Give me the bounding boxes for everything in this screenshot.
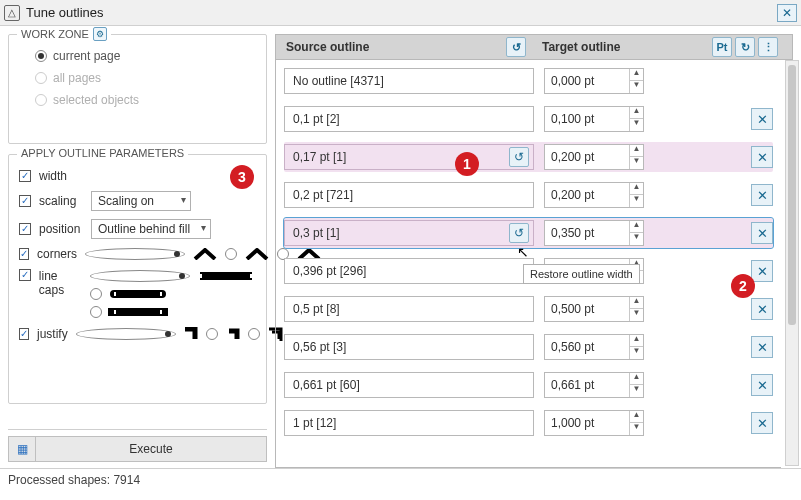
source-label: 0,2 pt [721] bbox=[293, 188, 353, 202]
corner-opt-2[interactable] bbox=[225, 248, 237, 260]
target-cell[interactable]: 0,000 pt▲▼ bbox=[544, 68, 644, 94]
col-target-header: Target outline Pt ↻ ⋮ bbox=[536, 37, 778, 57]
justify-opt-3[interactable] bbox=[248, 328, 260, 340]
more-button[interactable]: ⋮ bbox=[758, 37, 778, 57]
corner-round-icon bbox=[243, 247, 271, 261]
table-row[interactable]: 0,56 pt [3]0,560 pt▲▼✕ bbox=[284, 332, 773, 362]
reset-row-button[interactable]: ✕ bbox=[751, 146, 773, 168]
left-panel: WORK ZONE ⚙ current page all pages selec… bbox=[0, 26, 275, 468]
source-label: No outline [4371] bbox=[293, 74, 384, 88]
cursor-icon: ↖ bbox=[517, 244, 529, 260]
checkbox-width[interactable] bbox=[19, 170, 31, 182]
spinner[interactable]: ▲▼ bbox=[629, 297, 643, 321]
workzone-all-pages-label: all pages bbox=[53, 71, 101, 85]
source-cell: 0,17 pt [1]↺ bbox=[284, 144, 534, 170]
workzone-current-page[interactable]: current page bbox=[19, 45, 256, 67]
refresh-button[interactable]: ↻ bbox=[735, 37, 755, 57]
spinner[interactable]: ▲▼ bbox=[629, 221, 643, 245]
spinner[interactable]: ▲▼ bbox=[629, 145, 643, 169]
table-row[interactable]: 0,5 pt [8]0,500 pt▲▼✕ bbox=[284, 294, 773, 324]
target-value: 0,000 pt bbox=[545, 74, 629, 88]
execute-button[interactable]: Execute bbox=[36, 436, 267, 462]
spinner[interactable]: ▲▼ bbox=[629, 69, 643, 93]
scrollbar-thumb[interactable] bbox=[788, 65, 796, 325]
param-linecaps: line caps bbox=[19, 265, 256, 323]
close-button[interactable]: ✕ bbox=[777, 4, 797, 22]
target-cell[interactable]: 0,200 pt▲▼ bbox=[544, 144, 644, 170]
apply-legend-text: APPLY OUTLINE PARAMETERS bbox=[21, 147, 184, 159]
reset-row-button[interactable]: ✕ bbox=[751, 298, 773, 320]
source-cell: 0,661 pt [60] bbox=[284, 372, 534, 398]
checkbox-linecaps[interactable] bbox=[19, 269, 31, 281]
linecap-opt-3[interactable] bbox=[90, 306, 102, 318]
target-cell[interactable]: 0,350 pt▲▼ bbox=[544, 220, 644, 246]
col-target-label: Target outline bbox=[542, 40, 620, 54]
source-label: 0,17 pt [1] bbox=[293, 150, 346, 164]
table-row[interactable]: 0,661 pt [60]0,661 pt▲▼✕ bbox=[284, 370, 773, 400]
source-label: 0,3 pt [1] bbox=[293, 226, 340, 240]
table-row[interactable]: 0,2 pt [721]0,200 pt▲▼✕ bbox=[284, 180, 773, 210]
target-cell[interactable]: 1,000 pt▲▼ bbox=[544, 410, 644, 436]
workzone-all-pages[interactable]: all pages bbox=[19, 67, 256, 89]
right-panel: Source outline ↺ Target outline Pt ↻ ⋮ N… bbox=[275, 26, 801, 468]
linecap-opt-2[interactable] bbox=[90, 288, 102, 300]
execute-icon[interactable]: ▦ bbox=[8, 436, 36, 462]
target-cell[interactable]: 0,200 pt▲▼ bbox=[544, 182, 644, 208]
spinner[interactable]: ▲▼ bbox=[629, 373, 643, 397]
checkbox-position[interactable] bbox=[19, 223, 31, 235]
spinner[interactable]: ▲▼ bbox=[629, 183, 643, 207]
workzone-legend: WORK ZONE ⚙ bbox=[17, 27, 111, 41]
gear-icon[interactable]: ⚙ bbox=[93, 27, 107, 41]
reset-row-button[interactable]: ✕ bbox=[751, 374, 773, 396]
app-icon: △ bbox=[4, 5, 20, 21]
corner-opt-1[interactable] bbox=[85, 248, 185, 260]
reset-row-button[interactable]: ✕ bbox=[751, 260, 773, 282]
param-justify: justify bbox=[19, 323, 256, 345]
units-button[interactable]: Pt bbox=[712, 37, 732, 57]
workzone-current-page-label: current page bbox=[53, 49, 120, 63]
target-cell[interactable]: 0,100 pt▲▼ bbox=[544, 106, 644, 132]
scaling-select[interactable]: Scaling on bbox=[91, 191, 191, 211]
target-value: 0,100 pt bbox=[545, 112, 629, 126]
reset-row-button[interactable]: ✕ bbox=[751, 108, 773, 130]
spinner[interactable]: ▲▼ bbox=[629, 411, 643, 435]
checkbox-scaling[interactable] bbox=[19, 195, 31, 207]
position-select[interactable]: Outline behind fill bbox=[91, 219, 211, 239]
scrollbar[interactable] bbox=[785, 60, 799, 466]
reset-row-button[interactable]: ✕ bbox=[751, 412, 773, 434]
tooltip: Restore outline width bbox=[523, 264, 640, 284]
table-row[interactable]: 0,1 pt [2]0,100 pt▲▼✕ bbox=[284, 104, 773, 134]
justify-opt-2[interactable] bbox=[206, 328, 218, 340]
target-value: 0,350 pt bbox=[545, 226, 629, 240]
spinner[interactable]: ▲▼ bbox=[629, 335, 643, 359]
restore-all-source-button[interactable]: ↺ bbox=[506, 37, 526, 57]
workzone-selected-objects[interactable]: selected objects bbox=[19, 89, 256, 111]
callout-3: 3 bbox=[230, 165, 254, 189]
linecap-round-icon bbox=[108, 287, 168, 301]
spinner[interactable]: ▲▼ bbox=[629, 107, 643, 131]
linecap-opt-1[interactable] bbox=[90, 270, 190, 282]
reset-row-button[interactable]: ✕ bbox=[751, 336, 773, 358]
restore-row-button[interactable]: ↺ bbox=[509, 223, 529, 243]
svg-rect-3 bbox=[110, 290, 166, 298]
grid-header: Source outline ↺ Target outline Pt ↻ ⋮ bbox=[275, 34, 793, 60]
justify-opt-1[interactable] bbox=[76, 328, 176, 340]
table-row[interactable]: 1 pt [12]1,000 pt▲▼✕ bbox=[284, 408, 773, 438]
source-cell: 0,3 pt [1]↺ bbox=[284, 220, 534, 246]
table-row[interactable]: No outline [4371]0,000 pt▲▼ bbox=[284, 66, 773, 96]
target-cell[interactable]: 0,560 pt▲▼ bbox=[544, 334, 644, 360]
target-cell[interactable]: 0,500 pt▲▼ bbox=[544, 296, 644, 322]
checkbox-corners[interactable] bbox=[19, 248, 29, 260]
reset-row-button[interactable]: ✕ bbox=[751, 184, 773, 206]
col-source-label: Source outline bbox=[286, 40, 369, 54]
corner-miter-icon bbox=[191, 247, 219, 261]
window-title: Tune outlines bbox=[26, 5, 777, 20]
reset-row-button[interactable]: ✕ bbox=[751, 222, 773, 244]
restore-row-button[interactable]: ↺ bbox=[509, 147, 529, 167]
checkbox-justify[interactable] bbox=[19, 328, 29, 340]
table-row[interactable]: 0,17 pt [1]↺0,200 pt▲▼✕ bbox=[284, 142, 773, 172]
execute-bar: ▦ Execute bbox=[8, 429, 267, 468]
callout-2: 2 bbox=[731, 274, 755, 298]
radio-icon bbox=[35, 50, 47, 62]
target-cell[interactable]: 0,661 pt▲▼ bbox=[544, 372, 644, 398]
